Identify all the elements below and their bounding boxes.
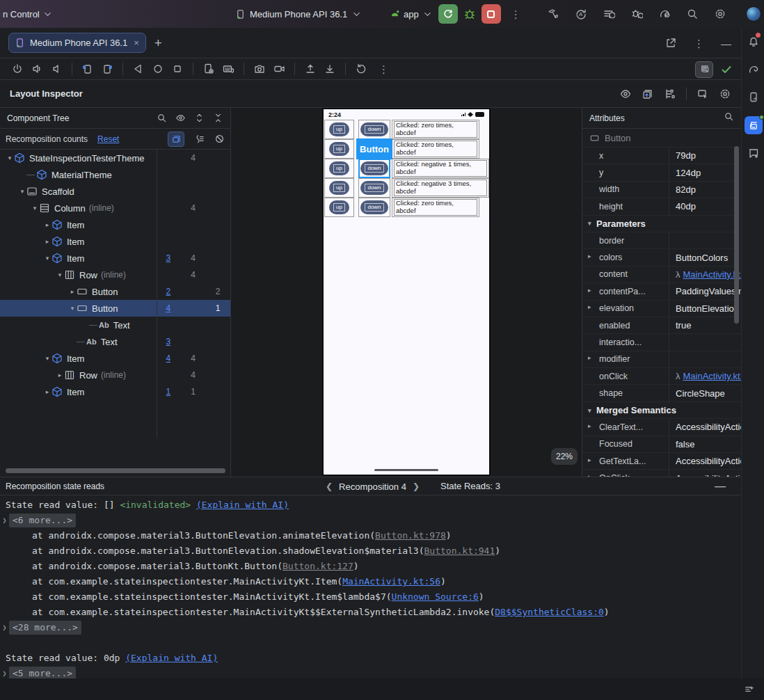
tree-view-options-eye-icon[interactable] bbox=[175, 113, 186, 123]
expand-chevron-icon[interactable]: ❯ bbox=[0, 513, 9, 528]
tree-row[interactable]: ▸Row(inline)4 bbox=[0, 367, 230, 383]
home-icon[interactable] bbox=[152, 63, 164, 75]
recomposition-count-link[interactable]: 2 bbox=[156, 283, 181, 300]
attribute-row[interactable]: contentλMainActivity.kt:59 bbox=[582, 266, 741, 283]
recomposition-count-link[interactable]: 3 bbox=[156, 250, 181, 267]
recomposition-count-link[interactable]: 1 bbox=[156, 383, 181, 400]
select-component-icon[interactable] bbox=[697, 88, 709, 100]
chevron-collapsed-icon[interactable]: ▸ bbox=[68, 288, 77, 295]
more-emulator-options-icon[interactable]: ⋮ bbox=[374, 64, 393, 74]
clear-highlights-icon[interactable] bbox=[214, 134, 225, 144]
expand-all-icon[interactable] bbox=[194, 113, 205, 123]
settings-gear-icon[interactable] bbox=[714, 8, 726, 20]
chevron-expanded-icon[interactable]: ▾ bbox=[68, 305, 77, 312]
attribute-row[interactable]: ▸modifier bbox=[582, 351, 741, 367]
layout-inspector-toggle[interactable] bbox=[695, 61, 713, 78]
run-config-selector[interactable]: app bbox=[390, 9, 433, 19]
attribute-row[interactable]: ▸OnClickAccessibilityAction bbox=[582, 469, 741, 477]
hide-panel-icon[interactable]: — bbox=[721, 38, 731, 49]
power-icon[interactable] bbox=[11, 63, 24, 75]
attributes-section-header[interactable]: ▾Parameters bbox=[582, 215, 741, 232]
chevron-expanded-icon[interactable]: ▾ bbox=[18, 188, 26, 195]
stack-source-link[interactable]: Button.kt:941 bbox=[424, 546, 495, 556]
tree-row[interactable]: ▸Button22 bbox=[0, 283, 230, 300]
attributes-search-icon[interactable] bbox=[724, 111, 734, 122]
running-devices-button[interactable] bbox=[742, 111, 764, 139]
tree-row[interactable]: ▸Item bbox=[0, 216, 230, 233]
reset-counts-link[interactable]: Reset bbox=[97, 134, 119, 144]
device-selector[interactable]: Medium Phone API 36.1 bbox=[235, 0, 362, 28]
expand-chevron-icon[interactable]: ▸ bbox=[588, 253, 591, 260]
add-tab-icon[interactable]: + bbox=[154, 35, 162, 51]
ai-assistant-button[interactable] bbox=[742, 139, 764, 167]
down-button[interactable]: down bbox=[358, 120, 390, 139]
tree-row[interactable]: ▾Row(inline)4 bbox=[0, 267, 230, 283]
attribute-row[interactable]: ▸colorsButtonColors bbox=[582, 248, 741, 265]
collapsed-frames-chip[interactable]: <6 more...> bbox=[9, 514, 76, 527]
expand-chevron-icon[interactable]: ❯ bbox=[0, 620, 9, 635]
down-button[interactable]: down bbox=[358, 159, 390, 178]
next-recomposition-icon[interactable]: ❯ bbox=[413, 482, 420, 491]
notifications-button[interactable] bbox=[742, 28, 764, 56]
tree-row[interactable]: AbText bbox=[0, 317, 230, 333]
up-button[interactable]: up bbox=[324, 139, 354, 159]
down-button[interactable]: down bbox=[358, 178, 390, 198]
back-icon[interactable] bbox=[132, 63, 145, 75]
overview-icon[interactable] bbox=[171, 63, 184, 75]
apply-changes-icon[interactable]: A bbox=[575, 8, 587, 20]
attribute-row[interactable]: y124dp bbox=[582, 164, 741, 180]
up-button[interactable]: up bbox=[324, 198, 354, 217]
rerun-button[interactable] bbox=[438, 4, 458, 24]
attributes-scrollbar[interactable] bbox=[734, 146, 739, 324]
screenshot-camera-icon[interactable] bbox=[253, 63, 266, 75]
chevron-expanded-icon[interactable]: ▾ bbox=[56, 271, 64, 278]
view-options-eye-icon[interactable] bbox=[619, 88, 632, 100]
source-location-link[interactable]: MainActivity.kt:59 bbox=[683, 269, 742, 280]
apply-code-changes-icon[interactable] bbox=[603, 8, 615, 20]
version-control-menu[interactable]: n Control bbox=[3, 0, 53, 28]
tree-row[interactable]: ▾Item34 bbox=[0, 250, 230, 267]
attributes-section-header[interactable]: ▾Merged Semantics bbox=[582, 401, 741, 418]
download-icon[interactable] bbox=[324, 63, 336, 75]
upload-icon[interactable] bbox=[304, 63, 317, 75]
rotate-right-icon[interactable] bbox=[101, 63, 113, 75]
stop-button[interactable] bbox=[482, 4, 501, 24]
collapsed-frames-chip[interactable]: <5 more...> bbox=[9, 667, 76, 678]
search-icon[interactable] bbox=[686, 8, 699, 20]
device-explorer-button[interactable] bbox=[742, 83, 764, 111]
more-options-icon[interactable]: ⋮ bbox=[690, 38, 708, 49]
collapse-console-icon[interactable]: — bbox=[715, 477, 726, 495]
up-button[interactable]: up bbox=[324, 159, 354, 178]
chevron-expanded-icon[interactable]: ▾ bbox=[31, 205, 39, 212]
device-settings-icon[interactable] bbox=[202, 63, 215, 75]
stack-source-link[interactable]: Button.kt:127 bbox=[282, 561, 353, 571]
attribute-row[interactable]: ▸ClearText...AccessibilityAction bbox=[582, 418, 741, 435]
volume-down-icon[interactable] bbox=[50, 63, 63, 75]
source-location-link[interactable]: MainActivity.kt:57 bbox=[683, 371, 742, 381]
explain-with-ai-link[interactable]: (Explain with AI) bbox=[125, 653, 218, 663]
tree-row[interactable]: ▸Item11 bbox=[0, 383, 230, 400]
attribute-row[interactable]: x79dp bbox=[582, 147, 741, 164]
collapsed-frames-chip[interactable]: <28 more...> bbox=[9, 621, 81, 635]
tree-row[interactable]: ▾StateInspectionTesterTheme4 bbox=[0, 150, 230, 166]
chevron-collapsed-icon[interactable]: ▸ bbox=[43, 388, 51, 395]
screen-record-icon[interactable] bbox=[273, 63, 285, 75]
attach-debugger-icon[interactable] bbox=[630, 8, 643, 20]
chevron-expanded-icon[interactable]: ▾ bbox=[43, 355, 51, 362]
highlight-recompositions-toggle[interactable] bbox=[168, 132, 184, 147]
expand-chevron-icon[interactable]: ▸ bbox=[588, 354, 591, 361]
more-run-options-icon[interactable]: ⋮ bbox=[507, 9, 525, 19]
expand-chevron-icon[interactable]: ▸ bbox=[588, 303, 591, 310]
open-in-window-icon[interactable] bbox=[664, 37, 677, 49]
attribute-row[interactable]: height40dp bbox=[582, 198, 741, 214]
tree-row[interactable]: ▾Scaffold bbox=[0, 183, 230, 200]
chevron-expanded-icon[interactable]: ▾ bbox=[43, 255, 51, 262]
collapse-all-icon[interactable] bbox=[213, 113, 223, 123]
volume-up-icon[interactable] bbox=[31, 63, 43, 75]
attribute-row[interactable]: interactio... bbox=[582, 333, 741, 350]
keyboard-input-icon[interactable] bbox=[222, 63, 234, 75]
recomposition-count-link[interactable]: 4 bbox=[156, 350, 181, 367]
up-button[interactable]: up bbox=[324, 178, 354, 198]
chevron-collapsed-icon[interactable]: ▸ bbox=[43, 221, 51, 228]
rotate-left-icon[interactable] bbox=[81, 63, 94, 75]
